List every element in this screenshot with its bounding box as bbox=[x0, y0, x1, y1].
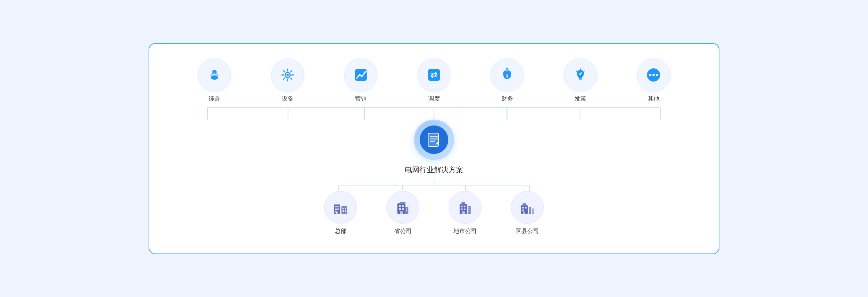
policy-label: 发策 bbox=[575, 95, 586, 103]
org-province[interactable]: 省公司 bbox=[372, 191, 434, 235]
svg-rect-71 bbox=[468, 207, 469, 208]
marketing-icon-circle bbox=[344, 59, 377, 91]
svg-text:¥: ¥ bbox=[506, 73, 509, 79]
svg-rect-81 bbox=[530, 208, 530, 209]
svg-rect-58 bbox=[402, 208, 404, 210]
svg-rect-64 bbox=[461, 202, 465, 204]
category-marketing[interactable]: 营销 bbox=[324, 59, 397, 103]
comprehensive-label: 综合 bbox=[209, 95, 220, 103]
org-row: 总部 bbox=[310, 191, 558, 235]
finance-icon-circle: ¥ bbox=[491, 59, 524, 91]
headquarters-icon bbox=[332, 199, 349, 216]
svg-rect-59 bbox=[400, 211, 403, 214]
category-other[interactable]: 其他 bbox=[617, 59, 690, 103]
finance-icon: ¥ bbox=[500, 67, 515, 83]
category-equipment[interactable]: 设备 bbox=[251, 59, 324, 103]
org-city[interactable]: 地市公司 bbox=[434, 191, 496, 235]
policy-icon-circle bbox=[564, 59, 597, 91]
svg-point-18 bbox=[649, 74, 651, 76]
svg-rect-12 bbox=[579, 78, 582, 79]
category-policy[interactable]: 发策 bbox=[544, 59, 617, 103]
org-county[interactable]: 区县公司 bbox=[496, 191, 558, 235]
main-card: 综合 设备 营销 bbox=[149, 43, 719, 254]
province-icon-circle bbox=[386, 191, 419, 224]
svg-rect-45 bbox=[335, 208, 337, 210]
svg-rect-57 bbox=[399, 208, 401, 210]
svg-point-11 bbox=[505, 69, 509, 72]
svg-line-16 bbox=[576, 71, 577, 72]
svg-rect-69 bbox=[462, 211, 465, 214]
svg-rect-9 bbox=[428, 69, 440, 81]
svg-rect-65 bbox=[461, 206, 463, 207]
svg-point-19 bbox=[652, 74, 655, 76]
svg-line-15 bbox=[584, 71, 585, 72]
svg-rect-76 bbox=[522, 207, 524, 208]
bottom-connector bbox=[310, 178, 558, 191]
other-label: 其他 bbox=[648, 95, 659, 103]
marketing-icon bbox=[353, 67, 368, 83]
county-label: 区县公司 bbox=[516, 228, 539, 235]
comprehensive-icon bbox=[207, 67, 222, 83]
svg-rect-84 bbox=[533, 210, 534, 210]
headquarters-icon-circle bbox=[324, 191, 357, 224]
svg-rect-56 bbox=[402, 205, 404, 207]
svg-rect-78 bbox=[522, 210, 524, 211]
svg-rect-68 bbox=[464, 208, 465, 210]
province-icon bbox=[394, 199, 411, 216]
svg-rect-44 bbox=[337, 206, 339, 207]
svg-rect-82 bbox=[530, 210, 530, 211]
svg-rect-61 bbox=[406, 208, 407, 210]
dispatch-label: 调度 bbox=[428, 95, 440, 103]
comprehensive-icon-circle bbox=[198, 59, 231, 91]
svg-point-1 bbox=[211, 75, 218, 80]
other-icon bbox=[646, 67, 661, 83]
svg-rect-48 bbox=[343, 208, 344, 209]
org-headquarters[interactable]: 总部 bbox=[310, 191, 372, 235]
equipment-icon-circle bbox=[271, 59, 304, 91]
svg-rect-55 bbox=[399, 205, 401, 207]
svg-rect-66 bbox=[464, 206, 465, 207]
equipment-label: 设备 bbox=[282, 95, 293, 103]
province-label: 省公司 bbox=[394, 228, 412, 235]
svg-rect-50 bbox=[343, 210, 344, 212]
svg-rect-46 bbox=[337, 208, 339, 210]
svg-rect-62 bbox=[406, 210, 407, 211]
svg-rect-54 bbox=[400, 202, 405, 204]
other-icon-circle bbox=[637, 59, 670, 91]
svg-rect-49 bbox=[345, 208, 346, 209]
dispatch-icon-circle bbox=[418, 59, 450, 91]
svg-rect-29 bbox=[428, 133, 438, 146]
finance-label: 财务 bbox=[501, 95, 513, 103]
county-icon-circle bbox=[511, 191, 544, 224]
svg-rect-43 bbox=[335, 206, 337, 207]
svg-rect-52 bbox=[336, 212, 338, 214]
marketing-label: 营销 bbox=[355, 95, 367, 103]
center-section: 电网行业解决方案 bbox=[405, 120, 463, 175]
svg-point-4 bbox=[213, 71, 216, 74]
category-dispatch[interactable]: 调度 bbox=[397, 59, 471, 103]
svg-rect-77 bbox=[525, 207, 527, 208]
svg-rect-73 bbox=[468, 211, 469, 212]
category-row: 综合 设备 营销 bbox=[171, 59, 697, 103]
county-icon bbox=[519, 199, 536, 216]
center-icon-inner bbox=[420, 125, 448, 154]
svg-rect-75 bbox=[523, 203, 526, 206]
solution-icon bbox=[426, 132, 442, 148]
equipment-icon bbox=[280, 67, 295, 83]
center-label: 电网行业解决方案 bbox=[405, 165, 463, 175]
headquarters-label: 总部 bbox=[335, 228, 347, 235]
svg-rect-13 bbox=[579, 79, 582, 80]
svg-rect-42 bbox=[341, 206, 347, 214]
svg-rect-79 bbox=[523, 212, 525, 214]
city-icon-circle bbox=[449, 191, 482, 224]
svg-rect-67 bbox=[461, 208, 463, 210]
dispatch-icon bbox=[426, 67, 442, 83]
policy-icon bbox=[573, 67, 588, 83]
svg-rect-51 bbox=[345, 210, 346, 212]
svg-point-8 bbox=[365, 71, 367, 72]
top-connector bbox=[171, 106, 697, 120]
category-comprehensive[interactable]: 综合 bbox=[178, 59, 251, 103]
category-finance[interactable]: ¥ 财务 bbox=[471, 59, 544, 103]
center-icon-circle[interactable] bbox=[414, 120, 454, 160]
city-icon bbox=[457, 199, 474, 216]
